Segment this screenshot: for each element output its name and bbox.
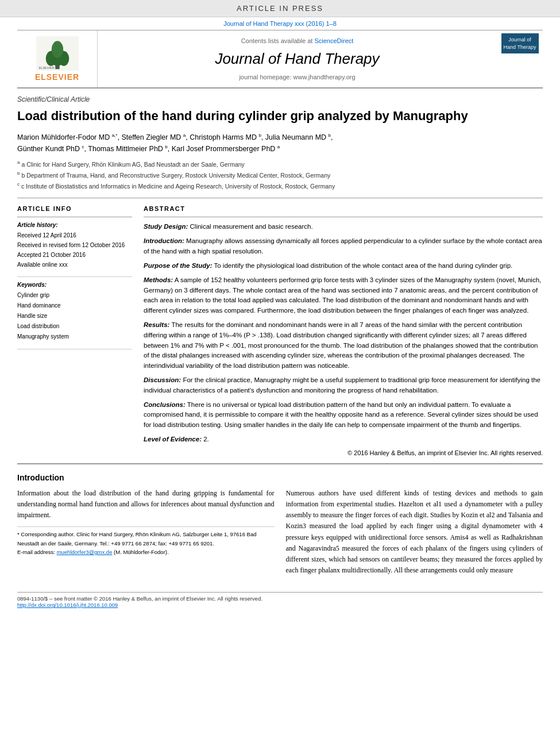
- journal-homepage: journal homepage: www.jhandtherapy.org: [239, 74, 355, 80]
- abstract-intro: Introduction: Manugraphy allows assessin…: [144, 236, 543, 257]
- copyright-line: © 2016 Hanley & Belfus, an imprint of El…: [144, 449, 543, 456]
- revised-date: Received in revised form 12 October 2016: [17, 240, 132, 250]
- keyword-handle-size: Handle size: [17, 311, 132, 321]
- conclusions-label: Conclusions:: [144, 401, 186, 408]
- keywords-title: Keywords:: [17, 282, 132, 288]
- methods-text: A sample of 152 healthy volunteers perfo…: [144, 276, 541, 314]
- study-design-text: Clinical measurement and basic research.: [190, 223, 313, 230]
- authors: Marion Mühldorfer-Fodor MD a,*, Steffen …: [17, 132, 543, 155]
- svg-text:ELSEVIER: ELSEVIER: [38, 66, 54, 70]
- email-label: E-mail address:: [17, 549, 55, 555]
- intro-label: Introduction:: [144, 237, 184, 244]
- article-type: Scientific/Clinical Article: [17, 95, 543, 103]
- study-design-label: Study Design:: [144, 223, 188, 230]
- affiliations: a a Clinic for Hand Surgery, Rhön Klinik…: [17, 159, 543, 191]
- elsevier-tree-icon: ELSEVIER: [34, 36, 80, 71]
- intro-text: Manugraphy allows assessing dynamically …: [144, 237, 542, 255]
- svg-point-5: [51, 41, 63, 58]
- keyword-hand-dominance: Hand dominance: [17, 301, 132, 311]
- info-abstract-columns: ARTICLE INFO Article history: Received 1…: [17, 205, 543, 456]
- sciencedirect-label: Contents lists available at: [241, 37, 313, 44]
- article-info-header: ARTICLE INFO: [17, 205, 132, 212]
- section-divider: [17, 198, 543, 198]
- keywords-section: Keywords: Cylinder grip Hand dominance H…: [17, 282, 132, 342]
- level-text: 2.: [203, 436, 209, 443]
- journal-citation: Journal of Hand Therapy xxx (2016) 1–8: [0, 17, 560, 30]
- article-title: Load distribution of the hand during cyl…: [17, 108, 543, 125]
- thick-divider: [17, 463, 543, 464]
- page-footer: 0894-1130/$ – see front matter © 2016 Ha…: [17, 592, 543, 608]
- purpose-label: Purpose of the Study:: [144, 262, 212, 269]
- body-left-col: Information about the load distribution …: [17, 488, 275, 581]
- sciencedirect-line: Contents lists available at ScienceDirec…: [241, 37, 354, 44]
- abstract-level: Level of Evidence: 2.: [144, 434, 543, 445]
- keyword-cylinder-grip: Cylinder grip: [17, 290, 132, 301]
- abstract-purpose: Purpose of the Study: To identify the ph…: [144, 261, 543, 271]
- elsevier-logo: ELSEVIER ELSEVIER: [34, 36, 80, 82]
- level-label: Level of Evidence:: [144, 436, 202, 443]
- affil-a: a a Clinic for Hand Surgery, Rhön Klinik…: [17, 159, 543, 169]
- journal-badge-area: Journal of Hand Therapy: [497, 30, 543, 87]
- accepted-date: Accepted 21 October 2016: [17, 250, 132, 260]
- received-date: Received 12 April 2016: [17, 230, 132, 240]
- abstract-study-design: Study Design: Clinical measurement and b…: [144, 222, 543, 232]
- sciencedirect-link[interactable]: ScienceDirect: [314, 37, 353, 44]
- abstract-methods: Methods: A sample of 152 healthy volunte…: [144, 275, 543, 316]
- email-link[interactable]: muehldorfer3@gmx.de: [57, 549, 113, 555]
- results-label: Results:: [144, 321, 169, 328]
- elsevier-label: ELSEVIER: [35, 72, 79, 82]
- body-columns: Information about the load distribution …: [17, 488, 543, 581]
- article-history-title: Article history:: [17, 222, 132, 228]
- discussion-text: For the clinical practice, Manugraphy mi…: [144, 376, 540, 394]
- keyword-manugraphy-system: Manugraphy system: [17, 332, 132, 342]
- email-person: (M. Mühldorfer-Fodor).: [114, 549, 169, 555]
- corresponding-footnote: * Corresponding author. Clinic for Hand …: [17, 530, 275, 547]
- methods-label: Methods:: [144, 276, 173, 283]
- journal-title-main: Journal of Hand Therapy: [215, 50, 379, 68]
- abstract-header: ABSTRACT: [144, 205, 543, 212]
- footnote-area: * Corresponding author. Clinic for Hand …: [17, 526, 275, 556]
- conclusions-text: There is no universal or typical load di…: [144, 401, 538, 429]
- footer-doi: http://dx.doi.org/10.1016/j.jht.2016.10.…: [17, 602, 543, 608]
- footer-issn: 0894-1130/$ – see front matter © 2016 Ha…: [17, 595, 543, 602]
- abstract-column: ABSTRACT Study Design: Clinical measurem…: [144, 205, 543, 456]
- introduction-title: Introduction: [17, 473, 543, 482]
- results-text: The results for the dominant and nondomi…: [144, 321, 538, 369]
- abstract-results: Results: The results for the dominant an…: [144, 320, 543, 371]
- purpose-text: To identify the physiological load distr…: [214, 262, 512, 269]
- email-footnote: E-mail address: muehldorfer3@gmx.de (M. …: [17, 548, 275, 556]
- discussion-label: Discussion:: [144, 376, 181, 383]
- article-history-section: Article history: Received 12 April 2016 …: [17, 222, 132, 270]
- badge-line1: Journal of: [508, 37, 531, 43]
- article-in-press-banner: ARTICLE IN PRESS: [0, 0, 560, 17]
- keyword-load-distribution: Load distribution: [17, 321, 132, 332]
- abstract-conclusions: Conclusions: There is no universal or ty…: [144, 400, 543, 430]
- journal-header: ELSEVIER ELSEVIER Contents lists availab…: [17, 30, 543, 89]
- badge-line2: Hand Therapy: [504, 44, 536, 50]
- main-content: Scientific/Clinical Article Load distrib…: [0, 95, 560, 580]
- affil-c: c c Institute of Biostatistics and Infor…: [17, 181, 543, 191]
- intro-left-text: Information about the load distribution …: [17, 488, 275, 521]
- doi-link[interactable]: http://dx.doi.org/10.1016/j.jht.2016.10.…: [17, 602, 118, 608]
- abstract-text: Study Design: Clinical measurement and b…: [144, 222, 543, 444]
- affil-b: b b Department of Trauma, Hand, and Reco…: [17, 170, 543, 180]
- body-right-col: Numerous authors have used different kin…: [286, 488, 543, 581]
- publisher-logo-area: ELSEVIER ELSEVIER: [17, 30, 98, 87]
- abstract-discussion: Discussion: For the clinical practice, M…: [144, 375, 543, 396]
- journal-badge: Journal of Hand Therapy: [501, 33, 539, 53]
- journal-title-area: Contents lists available at ScienceDirec…: [98, 30, 497, 87]
- intro-right-text: Numerous authors have used different kin…: [286, 488, 543, 576]
- available-date: Available online xxx: [17, 260, 132, 270]
- svg-point-6: [56, 66, 59, 69]
- article-info-column: ARTICLE INFO Article history: Received 1…: [17, 205, 132, 456]
